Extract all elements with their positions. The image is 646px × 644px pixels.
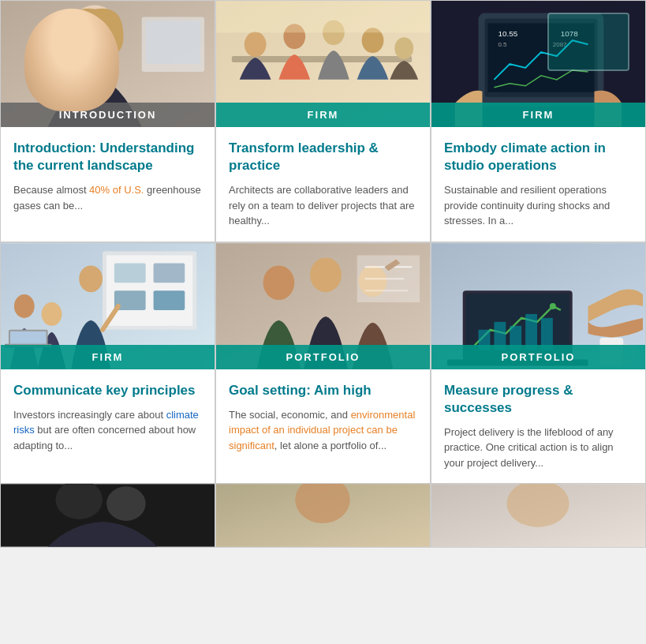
svg-rect-26: [114, 263, 146, 283]
svg-text:2087: 2087: [553, 41, 567, 48]
card-title-portfolio-goals: Goal setting: Aim high: [229, 382, 417, 399]
card-body-portfolio-goals: Goal setting: Aim high The social, econo…: [216, 369, 430, 484]
svg-rect-29: [154, 290, 185, 310]
svg-point-38: [263, 265, 295, 300]
card-firm-communicate[interactable]: FIRM Communicate key principles Investor…: [1, 243, 215, 484]
card-title-firm-climate: Embody climate action in studio operatio…: [444, 140, 633, 174]
card-image-portfolio-goals: PORTFOLIO: [216, 243, 430, 369]
card-label-portfolio-measure: PORTFOLIO: [431, 345, 645, 369]
card-body-firm-climate: Embody climate action in studio operatio…: [431, 127, 645, 242]
svg-text:10.55: 10.55: [498, 29, 517, 38]
svg-rect-35: [10, 331, 47, 343]
card-text-firm-communicate: Investors increasingly care about climat…: [13, 407, 202, 454]
card-portfolio-goals[interactable]: PORTFOLIO Goal setting: Aim high The soc…: [216, 243, 430, 484]
card-label-introduction: INTRODUCTION: [1, 103, 215, 127]
svg-text:1078: 1078: [561, 29, 579, 38]
card-title-introduction: Introduction: Understanding the current …: [13, 140, 202, 174]
card-text-introduction: Because almost 40% of U.S. greenhouse ga…: [13, 182, 202, 213]
svg-point-59: [106, 487, 146, 522]
card-body-introduction: Introduction: Understanding the current …: [1, 127, 215, 242]
svg-text:0.5: 0.5: [498, 41, 507, 48]
card-image-firm-leadership: FIRM: [216, 1, 430, 127]
svg-point-32: [42, 302, 62, 326]
card-body-firm-communicate: Communicate key principles Investors inc…: [1, 369, 215, 484]
card-firm-climate[interactable]: 10.55 0.5 1078 2087 FIRM Embody climate …: [431, 1, 645, 242]
card-label-firm-communicate: FIRM: [1, 345, 215, 369]
card-label-portfolio-goals: PORTFOLIO: [216, 345, 430, 369]
card-label-firm-leadership: FIRM: [216, 103, 430, 127]
card-title-firm-communicate: Communicate key principles: [13, 382, 202, 399]
bottom-card-1[interactable]: [1, 484, 215, 547]
card-image-portfolio-measure: PORTFOLIO: [431, 243, 645, 369]
svg-rect-13: [216, 2, 430, 33]
card-body-portfolio-measure: Measure progress & successes Project del…: [431, 369, 645, 484]
card-label-firm-climate: FIRM: [431, 103, 645, 127]
card-firm-leadership[interactable]: FIRM Transform leadership & practice Arc…: [216, 1, 430, 242]
svg-point-30: [79, 265, 103, 292]
card-text-portfolio-measure: Project delivery is the lifeblood of any…: [444, 425, 633, 471]
card-grid: INTRODUCTION Introduction: Understanding…: [0, 0, 646, 484]
svg-rect-27: [154, 263, 185, 283]
svg-rect-4: [146, 21, 200, 64]
card-text-firm-climate: Sustainable and resilient operations pro…: [444, 182, 633, 229]
card-title-portfolio-measure: Measure progress & successes: [444, 382, 633, 417]
card-text-portfolio-goals: The social, economic, and environmental …: [229, 407, 417, 454]
card-portfolio-measure[interactable]: PORTFOLIO Measure progress & successes P…: [431, 243, 645, 484]
card-text-firm-leadership: Architects are collaborative leaders and…: [229, 182, 417, 229]
card-body-firm-leadership: Transform leadership & practice Architec…: [216, 127, 430, 242]
svg-point-31: [14, 294, 35, 318]
bottom-card-2[interactable]: [216, 484, 430, 547]
svg-point-8: [245, 32, 267, 57]
svg-point-12: [394, 37, 413, 59]
svg-point-50: [550, 303, 556, 309]
card-introduction[interactable]: INTRODUCTION Introduction: Understanding…: [1, 1, 215, 242]
card-image-firm-climate: 10.55 0.5 1078 2087 FIRM: [431, 1, 645, 127]
svg-point-39: [310, 257, 342, 292]
card-image-intro: INTRODUCTION: [1, 1, 215, 127]
bottom-row: [0, 484, 646, 548]
card-image-firm-communicate: FIRM: [1, 243, 215, 369]
bottom-card-3[interactable]: [431, 484, 645, 547]
card-title-firm-leadership: Transform leadership & practice: [229, 140, 417, 174]
